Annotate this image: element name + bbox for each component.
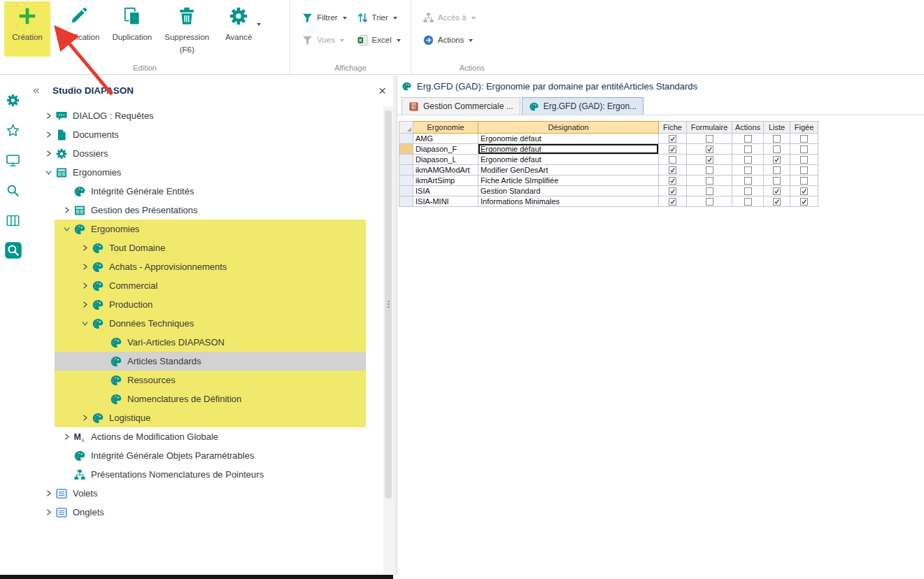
- tree-item-onglets[interactable]: Onglets: [26, 503, 383, 522]
- tree-item-dossiers[interactable]: Dossiers: [26, 144, 383, 163]
- cell-actions[interactable]: [732, 176, 764, 186]
- chevron-right-icon[interactable]: [61, 205, 72, 216]
- tree-item-volets[interactable]: Volets: [26, 484, 383, 503]
- checkbox-formulaire[interactable]: [706, 187, 713, 195]
- tree-item-production[interactable]: Production: [26, 295, 383, 314]
- cell-fiche[interactable]: [659, 144, 687, 155]
- checkbox-liste[interactable]: [773, 198, 781, 206]
- cell-designation[interactable]: Gestion Standard: [478, 186, 659, 196]
- checkbox-actions[interactable]: [744, 177, 752, 185]
- checkbox-formulaire[interactable]: [706, 145, 713, 153]
- cell-figee[interactable]: [790, 144, 818, 155]
- cell-formulaire[interactable]: [687, 134, 732, 144]
- cell-formulaire[interactable]: [687, 165, 732, 176]
- checkbox-fiche[interactable]: [669, 177, 676, 185]
- column-header-liste[interactable]: Liste: [764, 122, 790, 134]
- ribbon-button-trier[interactable]: Trier: [357, 11, 401, 24]
- cell-liste[interactable]: [764, 134, 790, 144]
- cell-designation[interactable]: Informations Minimales: [478, 196, 659, 207]
- chevron-right-icon[interactable]: [79, 299, 90, 310]
- chevron-right-icon[interactable]: [43, 507, 54, 518]
- cell-fiche[interactable]: [659, 176, 687, 186]
- checkbox-figee[interactable]: [800, 187, 808, 195]
- checkbox-fiche[interactable]: [669, 198, 676, 206]
- column-header-ergonomie[interactable]: Ergonomie: [413, 122, 478, 134]
- cell-designation[interactable]: Ergonomie défaut: [478, 155, 659, 165]
- row-selector[interactable]: [399, 165, 413, 176]
- tree-item-nomenclatures-de-d-finition[interactable]: Nomenclatures de Définition: [26, 389, 383, 408]
- checkbox-figee[interactable]: [800, 145, 808, 153]
- checkbox-liste[interactable]: [773, 156, 781, 164]
- cell-actions[interactable]: [732, 186, 764, 196]
- checkbox-figee[interactable]: [800, 156, 808, 164]
- column-header-figee[interactable]: Figée: [790, 122, 818, 134]
- cell-liste[interactable]: [764, 176, 790, 186]
- cell-actions[interactable]: [732, 196, 764, 207]
- ribbon-button-excel[interactable]: Excel: [357, 34, 401, 46]
- activity-item-settings[interactable]: [4, 91, 22, 109]
- ribbon-button-suppression[interactable]: Suppression(F6): [158, 1, 215, 57]
- cell-liste[interactable]: [764, 186, 790, 196]
- cell-fiche[interactable]: [659, 196, 687, 207]
- tree-item-ressources[interactable]: Ressources: [26, 371, 383, 389]
- cell-actions[interactable]: [732, 144, 764, 155]
- select-all-corner[interactable]: [399, 122, 413, 134]
- column-header-actions[interactable]: Actions: [732, 122, 764, 134]
- checkbox-actions[interactable]: [744, 198, 752, 206]
- chevron-right-icon[interactable]: [43, 110, 54, 122]
- checkbox-figee[interactable]: [800, 166, 808, 174]
- cell-ergonomie[interactable]: Diapason_F: [413, 144, 478, 155]
- ribbon-button-creation[interactable]: Création: [4, 1, 50, 57]
- checkbox-liste[interactable]: [773, 187, 781, 195]
- ribbon-button-vues[interactable]: Vues: [301, 34, 346, 46]
- cell-figee[interactable]: [790, 134, 818, 144]
- ribbon-button-actions[interactable]: Actions: [422, 34, 523, 46]
- cell-designation[interactable]: Fiche Article SImplifiée: [478, 176, 659, 186]
- chevron-down-icon[interactable]: [43, 167, 54, 178]
- cell-actions[interactable]: [732, 165, 764, 176]
- cell-ergonomie[interactable]: AMG: [413, 134, 478, 144]
- collapse-panel-button[interactable]: «: [33, 83, 52, 97]
- chevron-right-icon[interactable]: [79, 280, 90, 292]
- checkbox-actions[interactable]: [744, 156, 752, 164]
- chevron-down-icon[interactable]: [79, 318, 90, 329]
- checkbox-actions[interactable]: [744, 135, 752, 143]
- ribbon-button-duplication[interactable]: Duplication: [106, 1, 158, 57]
- cell-figee[interactable]: [790, 196, 818, 207]
- checkbox-fiche[interactable]: [669, 145, 676, 153]
- cell-figee[interactable]: [790, 186, 818, 196]
- cell-ergonomie[interactable]: ikmArtSimp: [413, 176, 478, 186]
- checkbox-formulaire[interactable]: [706, 135, 713, 143]
- tree-item-int-grit-g-n-rale-objets-param-trables[interactable]: Intégrité Générale Objets Paramétrables: [26, 446, 383, 465]
- cell-fiche[interactable]: [659, 186, 687, 196]
- checkbox-actions[interactable]: [744, 145, 752, 153]
- cell-formulaire[interactable]: [687, 144, 732, 155]
- cell-formulaire[interactable]: [687, 155, 732, 165]
- checkbox-formulaire[interactable]: [706, 198, 713, 206]
- scrollbar-thumb[interactable]: [385, 110, 392, 499]
- chevron-right-icon[interactable]: [79, 243, 90, 254]
- tree-item-dialog-requ-tes[interactable]: DIALOG : Requêtes: [26, 106, 383, 125]
- tree-item-commercial[interactable]: Commercial: [26, 276, 383, 295]
- tree-item-documents[interactable]: Documents: [26, 125, 383, 144]
- tree-item-int-grit-g-n-rale-entit-s[interactable]: Intégrité Générale Entités: [26, 182, 383, 201]
- cell-designation[interactable]: Modifier GenDesArt: [478, 165, 659, 176]
- checkbox-actions[interactable]: [744, 166, 752, 174]
- tab-erg-gfd[interactable]: Erg.GFD (GAD): Ergon...: [522, 97, 644, 115]
- tab-gestion-commerciale[interactable]: Gestion Commerciale ...: [401, 97, 520, 115]
- cell-liste[interactable]: [764, 155, 790, 165]
- checkbox-figee[interactable]: [800, 177, 808, 185]
- cell-liste[interactable]: [764, 144, 790, 155]
- ribbon-button-modification[interactable]: Modification: [50, 1, 106, 57]
- cell-fiche[interactable]: [659, 165, 687, 176]
- checkbox-liste[interactable]: [773, 166, 781, 174]
- activity-item-search[interactable]: [4, 181, 22, 199]
- cell-designation[interactable]: Ergonomie défaut: [478, 144, 659, 155]
- column-header-fiche[interactable]: Fiche: [659, 122, 687, 134]
- cell-fiche[interactable]: [659, 134, 687, 144]
- tree-item-ergonomies[interactable]: Ergonomies: [26, 220, 383, 238]
- chevron-right-icon[interactable]: [79, 262, 90, 273]
- row-selector[interactable]: [399, 196, 413, 207]
- tree-item-vari-articles-diapason[interactable]: Vari-Articles DIAPASON: [26, 333, 383, 352]
- chevron-down-icon[interactable]: [61, 224, 72, 235]
